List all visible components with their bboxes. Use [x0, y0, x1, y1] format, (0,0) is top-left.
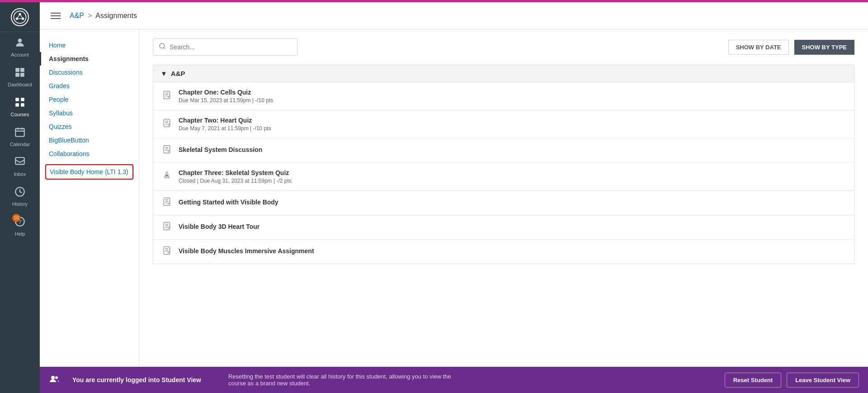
view-controls: SHOW BY DATE SHOW BY TYPE: [728, 40, 854, 55]
calendar-icon: [14, 126, 26, 140]
svg-point-0: [14, 11, 26, 23]
assignment-icon-quiz: [161, 222, 172, 233]
courses-icon-svg: [14, 96, 26, 108]
search-box[interactable]: [153, 38, 297, 56]
svg-rect-16: [15, 128, 24, 136]
hamburger-line-3: [51, 18, 61, 19]
section-title: A&P: [171, 70, 185, 77]
logo: [0, 2, 40, 32]
table-row: Getting Started with Visible Body: [153, 191, 854, 215]
assignment-icon-quiz: [161, 90, 172, 102]
svg-point-52: [55, 376, 58, 379]
sidebar-item-bigbluebutton[interactable]: BigBlueButton: [40, 133, 139, 147]
sidebar-item-people[interactable]: People: [40, 93, 139, 106]
svg-point-38: [166, 175, 167, 176]
svg-point-7: [18, 38, 22, 43]
hamburger-menu[interactable]: [49, 11, 62, 21]
student-view-svg: [49, 374, 60, 384]
assignment-title: Visible Body Muscles Immersive Assignmen…: [179, 247, 846, 255]
assignment-title: Skeletal System Discussion: [179, 146, 846, 153]
courses-icon: [14, 96, 26, 110]
sidebar-item-visible-body-home[interactable]: Visible Body Home (LTI 1.3): [46, 165, 132, 179]
account-icon-svg: [14, 37, 26, 48]
table-row: Visible Body 3D Heart Tour: [153, 215, 854, 240]
svg-rect-47: [164, 247, 170, 255]
svg-line-4: [20, 14, 23, 19]
assignment-meta: Due May 7, 2021 at 11:59pm | -/10 pts: [179, 125, 846, 132]
sidebar-item-syllabus[interactable]: Syllabus: [40, 106, 139, 120]
section-chevron: ▼: [160, 70, 167, 77]
assignment-info: Chapter Two: Heart Quiz Due May 7, 2021 …: [179, 117, 846, 132]
sidebar-item-calendar-label: Calendar: [10, 142, 30, 147]
svg-line-6: [17, 14, 20, 19]
svg-rect-34: [164, 146, 170, 153]
calendar-icon-svg: [14, 126, 26, 138]
assignment-info: Chapter Three: Skeletal System Quiz Clos…: [179, 169, 846, 184]
sidebar-item-calendar[interactable]: Calendar: [0, 122, 40, 152]
assignment-title: Chapter Three: Skeletal System Quiz: [179, 169, 846, 176]
assignment-list: Chapter One: Cells Quiz Due Mar 15, 2023…: [153, 82, 854, 264]
svg-point-24: [160, 43, 165, 48]
sidebar-item-inbox[interactable]: Inbox: [0, 152, 40, 181]
sidebar-item-dashboard[interactable]: Dashboard: [0, 62, 40, 92]
dashboard-icon: [14, 66, 26, 80]
sidebar-item-courses[interactable]: Courses: [0, 92, 40, 122]
breadcrumb-course[interactable]: A&P: [70, 12, 84, 20]
sidebar-item-help[interactable]: ? 10 Help: [0, 211, 40, 241]
svg-line-25: [164, 47, 165, 49]
hamburger-line-1: [51, 13, 61, 14]
leave-student-view-button[interactable]: Leave Student View: [787, 373, 859, 388]
sidebar-item-account-label: Account: [11, 52, 29, 57]
breadcrumb-page: Assignments: [95, 12, 137, 20]
canvas-logo-svg: [12, 9, 28, 25]
assignment-meta: Closed | Due Aug 31, 2023 at 11:59pm | -…: [179, 178, 846, 184]
assignment-info: Visible Body 3D Heart Tour: [179, 223, 846, 232]
sidebar-item-discussions[interactable]: Discussions: [40, 66, 139, 79]
sidebar-item-help-label: Help: [15, 231, 25, 237]
assignment-icon-quiz: [161, 118, 172, 130]
search-icon: [159, 43, 166, 52]
main-content: SHOW BY DATE SHOW BY TYPE ▼ A&P: [139, 29, 868, 367]
student-view-message: You are currently logged into Student Vi…: [72, 376, 201, 384]
assignment-info: Chapter One: Cells Quiz Due Mar 15, 2023…: [179, 89, 846, 104]
sidebar-item-grades[interactable]: Grades: [40, 79, 139, 93]
assignment-meta: Due Mar 15, 2023 at 11:59pm | -/10 pts: [179, 97, 846, 104]
show-by-type-button[interactable]: SHOW BY TYPE: [794, 40, 854, 55]
sidebar-item-history[interactable]: History: [0, 181, 40, 211]
sidebar-item-inbox-label: Inbox: [14, 171, 26, 177]
sidebar-highlight-visible-body: Visible Body Home (LTI 1.3): [45, 164, 133, 180]
assignment-title: Chapter Two: Heart Quiz: [179, 117, 846, 124]
assignment-info: Visible Body Muscles Immersive Assignmen…: [179, 247, 846, 256]
svg-rect-10: [15, 73, 19, 77]
table-row: Skeletal System Discussion: [153, 138, 854, 163]
svg-rect-14: [15, 103, 19, 107]
svg-rect-39: [164, 198, 170, 206]
sidebar-item-collaborations[interactable]: Collaborations: [40, 147, 139, 161]
table-row: Visible Body Muscles Immersive Assignmen…: [153, 240, 854, 264]
assignment-icon-quiz: [161, 197, 172, 208]
show-by-date-button[interactable]: SHOW BY DATE: [728, 40, 789, 55]
sidebar-item-home[interactable]: Home: [40, 38, 139, 52]
logo-icon: [11, 8, 29, 26]
svg-rect-11: [20, 73, 24, 77]
reset-student-button[interactable]: Reset Student: [725, 373, 781, 388]
account-icon: [14, 37, 26, 50]
student-view-subtext: Resetting the test student will clear al…: [228, 373, 454, 387]
breadcrumb: A&P > Assignments: [70, 12, 137, 20]
search-input[interactable]: [170, 43, 292, 51]
svg-rect-13: [21, 98, 24, 101]
sidebar-item-account[interactable]: Account: [0, 32, 40, 62]
assignment-icon-discussion: [161, 145, 172, 156]
assignment-title: Visible Body 3D Heart Tour: [179, 223, 846, 230]
assignment-title: Chapter One: Cells Quiz: [179, 89, 846, 96]
sidebar-item-quizzes[interactable]: Quizzes: [40, 120, 139, 133]
dashboard-icon-svg: [14, 66, 26, 78]
bottom-bar: You are currently logged into Student Vi…: [40, 367, 868, 393]
sidebar-item-assignments[interactable]: Assignments: [40, 52, 139, 66]
help-icon: ? 10: [14, 216, 26, 229]
sidebar-item-dashboard-label: Dashboard: [8, 82, 32, 87]
breadcrumb-separator: >: [88, 12, 92, 20]
section-header: ▼ A&P: [153, 65, 854, 82]
svg-rect-8: [15, 68, 19, 72]
help-badge-count: 10: [12, 214, 20, 222]
